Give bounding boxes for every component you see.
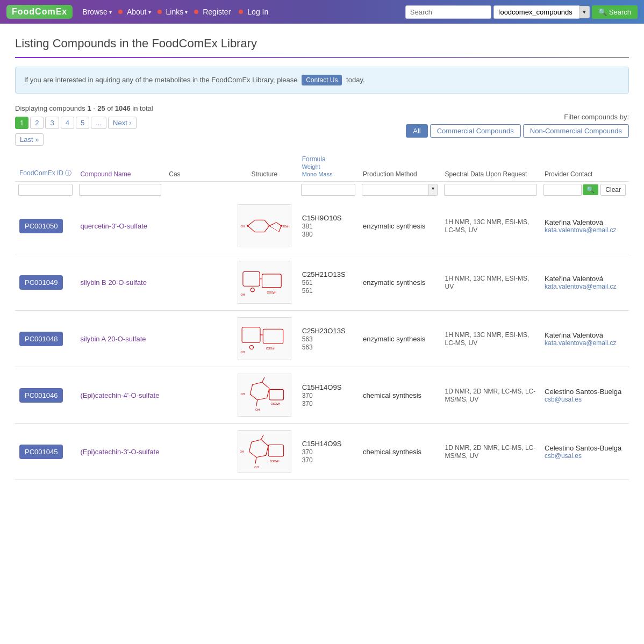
header-cas: Cas [164,152,231,182]
page-last-button[interactable]: Last » [15,133,44,146]
svg-text:OH: OH [254,466,259,469]
header-name-label: Compound Name [80,170,131,178]
filter-id-input[interactable] [18,184,73,196]
cell-id: PC001048 [15,311,76,367]
compounds-table: FoodComEx ID ⓘ Compound Name Cas Structu… [15,152,629,480]
cell-production: enzymatic synthesis [359,254,441,311]
info-icon: ⓘ [65,169,71,177]
provider-name-label: Kateřina Valentová [545,331,625,339]
contact-us-button[interactable]: Contact Us [302,75,342,85]
filter-prov-cell: 🔍 Clear [540,182,629,198]
page-next-button[interactable]: Next › [108,117,137,129]
table-filter-search-button[interactable]: 🔍 [583,184,598,195]
compound-id-button[interactable]: PC001048 [19,332,63,346]
cell-structure: OSO₃H OH [231,254,298,311]
cell-provider: Celestino Santos-Buelga csb@usal.es [540,367,629,424]
svg-line-8 [279,226,281,232]
svg-text:OH: OH [240,392,245,396]
cell-provider: Celestino Santos-Buelga csb@usal.es [540,424,629,480]
provider-name-label: Celestino Santos-Buelga [545,388,625,396]
structure-image: OSO₃H OH [238,317,291,360]
cell-formula: C15H14O9S 370 370 [298,367,359,424]
compound-name-label: (Epi)catechin-3'-O-sulfate [80,448,159,456]
table-row: PC001045 (Epi)catechin-3'-O-sulfate OSO₃… [15,424,629,480]
cell-structure: OSO₃H OH OH [231,424,298,480]
svg-point-17 [251,288,254,291]
nav-dot-4 [239,10,243,14]
page-btn-2[interactable]: 2 [30,117,44,129]
provider-email-link[interactable]: kata.valentova@email.cz [545,339,625,347]
compound-id-button[interactable]: PC001045 [19,445,63,459]
filter-spec-cell [441,182,541,198]
svg-text:OH: OH [240,350,245,353]
cell-spectral: 1D NMR, 2D NMR, LC-MS, LC-MS/MS, UV [441,367,541,424]
structure-image: OSO₃H OH [238,261,291,304]
page-btn-3[interactable]: 3 [45,117,59,129]
provider-email-link[interactable]: csb@usal.es [545,452,625,460]
filter-spectral-input[interactable] [444,184,538,196]
compound-id-button[interactable]: PC001050 [19,219,63,233]
provider-email-link[interactable]: kata.valentova@email.cz [545,226,625,234]
filter-name-input[interactable] [79,184,161,196]
table-row: PC001046 (Epi)catechin-4'-O-sulfate OSO₃… [15,367,629,424]
info-text-2: today. [346,76,364,84]
spectral-value: 1D NMR, 2D NMR, LC-MS, LC-MS/MS, UV [445,388,536,403]
browse-caret-icon: ▾ [109,9,112,15]
page-btn-1[interactable]: 1 [15,117,28,129]
filter-area: Filter compounds by: All Commercial Comp… [406,113,629,138]
total-count: 1046 [115,104,131,112]
table-filter-clear-button[interactable]: Clear [600,184,626,196]
production-value: enzymatic synthesis [363,278,425,287]
in-total-text: in total [132,104,153,112]
formula-value: C15H14O9S [302,440,342,448]
filter-commercial-button[interactable]: Commercial Compounds [430,124,521,138]
select-arrow-icon[interactable]: ▾ [579,6,590,18]
header-structure: Structure [231,152,298,182]
svg-point-23 [249,345,253,349]
nav-login-label: Log In [247,8,268,16]
cell-id: PC001046 [15,367,76,424]
cell-structure: OH SO₃H [231,198,298,254]
formula-value: C25H23O13S [302,327,346,335]
svg-text:OH: OH [255,408,260,411]
filter-struct-cell [231,182,298,198]
nav-search-button[interactable]: 🔍 Search [592,5,638,19]
compound-id-button[interactable]: PC001046 [19,388,63,403]
display-text: Displaying compounds 1 - 25 of 1046 in t… [15,104,153,112]
production-select-arrow-icon[interactable]: ▾ [429,184,438,196]
nav-links: Browse ▾ About ▾ Links ▾ Register Log In [82,8,405,16]
filter-formula-input[interactable] [301,184,355,196]
provider-name-label: Celestino Santos-Buelga [545,444,625,452]
compounds-tbody: PC001050 quercetin-3'-O-sulfate OH SO₃H … [15,198,629,480]
svg-rect-21 [263,329,283,344]
header-provider: Provider Contact [540,152,629,182]
cell-spectral: 1H NMR, 13C NMR, ESI-MS, LC-MS, UV [441,198,541,254]
nav-about[interactable]: About ▾ [127,8,151,16]
cell-name: silybin A 20-O-sulfate [76,311,164,367]
search-input[interactable] [405,5,491,19]
page-btn-5[interactable]: 5 [76,117,89,129]
nav-browse[interactable]: Browse ▾ [82,8,112,16]
nav-links[interactable]: Links ▾ [166,8,188,16]
cell-id: PC001049 [15,254,76,311]
provider-email-link[interactable]: kata.valentova@email.cz [545,283,625,290]
filter-all-button[interactable]: All [406,124,427,138]
svg-rect-36 [268,445,284,456]
filter-noncommercial-button[interactable]: Non-Commercial Compounds [523,124,629,138]
provider-email-link[interactable]: csb@usal.es [545,396,625,403]
filter-provider-input[interactable] [543,184,582,196]
range-end: 25 [97,104,105,112]
compound-id-button[interactable]: PC001049 [19,275,63,290]
nav-register[interactable]: Register [203,8,232,16]
brand-logo[interactable]: FoodComEx [6,5,73,19]
page-btn-4[interactable]: 4 [61,117,74,129]
filter-production-select[interactable]: enzymatic synthesis chemical synthesis [362,184,429,196]
cell-provider: Kateřina Valentová kata.valentova@email.… [540,311,629,367]
page-btn-ellipsis[interactable]: ... [91,117,106,129]
nav-login[interactable]: Log In [247,8,270,16]
svg-text:OH: OH [240,224,245,227]
search-scope-select[interactable]: foodcomex_compounds [493,5,579,19]
svg-line-5 [248,226,255,232]
svg-marker-33 [249,439,268,457]
of-text: of [107,104,113,112]
